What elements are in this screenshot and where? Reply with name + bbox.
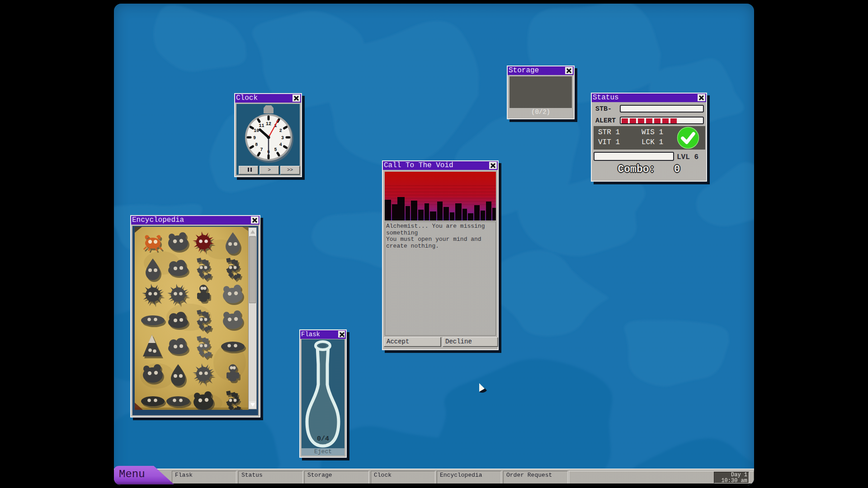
- svg-text:4: 4: [279, 142, 282, 147]
- svg-text:3: 3: [281, 136, 284, 141]
- svg-text:7: 7: [260, 147, 263, 152]
- svg-text:2: 2: [279, 128, 282, 133]
- svg-text:10: 10: [254, 128, 259, 133]
- svg-text:9: 9: [253, 136, 256, 141]
- svg-text:5: 5: [274, 147, 277, 152]
- svg-text:8: 8: [255, 142, 258, 147]
- svg-text:11: 11: [259, 123, 264, 128]
- svg-text:12: 12: [266, 122, 271, 127]
